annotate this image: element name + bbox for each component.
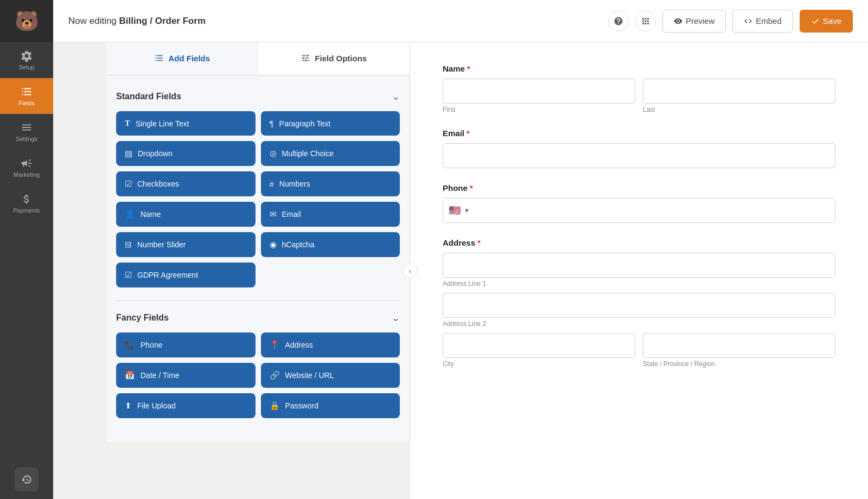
fields-panel-body: Standard Fields ⌄ T Single Line Text ¶ P… bbox=[106, 75, 410, 442]
add-fields-tab-icon bbox=[154, 53, 164, 63]
sidebar-item-fields[interactable]: Fields bbox=[0, 78, 53, 114]
form-preview: Name * First Last Email * bbox=[410, 42, 868, 499]
grid-icon bbox=[641, 16, 650, 26]
fields-panel-tabs: Add Fields Field Options bbox=[106, 42, 410, 75]
field-btn-phone[interactable]: 📞 Phone bbox=[116, 332, 256, 357]
field-btn-address[interactable]: 📍 Address bbox=[261, 332, 400, 357]
address-line2-input[interactable] bbox=[443, 293, 835, 318]
city-input[interactable] bbox=[443, 333, 635, 358]
name-last-group: Last bbox=[643, 79, 835, 113]
dropdown-icon: ▤ bbox=[125, 149, 132, 158]
email-input[interactable] bbox=[443, 143, 835, 168]
sidebar-item-setup[interactable]: Setup bbox=[0, 42, 53, 78]
address-required-star: * bbox=[477, 238, 481, 247]
name-first-input[interactable] bbox=[443, 79, 635, 104]
fields-panel-wrapper: Add Fields Field Options Standard Fields… bbox=[106, 42, 410, 499]
address-field-icon: 📍 bbox=[270, 340, 280, 350]
fancy-fields-header: Fancy Fields ⌄ bbox=[116, 312, 400, 324]
sidebar-bottom bbox=[7, 460, 46, 499]
field-btn-hcaptcha[interactable]: ◉ hCaptcha bbox=[261, 232, 400, 257]
form-address-field: Address * Address Line 1 Address Line 2 … bbox=[443, 238, 835, 368]
field-btn-number-slider[interactable]: ⊟ Number Slider bbox=[116, 232, 256, 257]
field-btn-datetime[interactable]: 📅 Date / Time bbox=[116, 363, 256, 388]
website-url-field-icon: 🔗 bbox=[270, 370, 280, 380]
sidebar-item-payments[interactable]: Payments bbox=[0, 185, 53, 221]
address-line1-sublabel: Address Line 1 bbox=[443, 280, 835, 287]
sidebar-item-settings[interactable]: Settings bbox=[0, 114, 53, 150]
help-button[interactable] bbox=[608, 11, 629, 31]
phone-input[interactable] bbox=[473, 199, 829, 222]
tab-add-fields[interactable]: Add Fields bbox=[106, 42, 258, 75]
panel-collapse-button[interactable]: ‹ bbox=[403, 263, 418, 278]
fancy-fields-grid: 📞 Phone 📍 Address 📅 Date / Time 🔗 Websit… bbox=[116, 332, 400, 418]
standard-fields-header: Standard Fields ⌄ bbox=[116, 91, 400, 103]
question-icon bbox=[614, 16, 623, 26]
save-label: Save bbox=[823, 16, 841, 25]
numbers-icon: # bbox=[270, 180, 274, 189]
name-field-label: Name * bbox=[443, 64, 835, 73]
field-btn-file-upload[interactable]: ⬆ File Upload bbox=[116, 393, 256, 418]
field-btn-email[interactable]: ✉ Email bbox=[261, 202, 400, 227]
embed-button[interactable]: Embed bbox=[732, 10, 793, 33]
main-area: Add Fields Field Options Standard Fields… bbox=[106, 42, 868, 499]
section-divider bbox=[116, 300, 400, 301]
checkboxes-icon: ☑ bbox=[125, 179, 132, 189]
email-field-label: Email * bbox=[443, 129, 835, 138]
form-name: Billing / Order Form bbox=[119, 16, 206, 26]
number-slider-icon: ⊟ bbox=[125, 240, 132, 250]
state-input[interactable] bbox=[643, 333, 835, 358]
single-line-text-icon: T bbox=[125, 119, 130, 128]
field-btn-dropdown[interactable]: ▤ Dropdown bbox=[116, 141, 256, 166]
name-last-input[interactable] bbox=[643, 79, 835, 104]
topbar: Now editing Billing / Order Form Preview… bbox=[53, 0, 868, 42]
standard-fields-grid: T Single Line Text ¶ Paragraph Text ▤ Dr… bbox=[116, 111, 400, 287]
address-field-label: Address * bbox=[443, 238, 835, 247]
field-btn-website-url[interactable]: 🔗 Website / URL bbox=[261, 363, 400, 388]
tab-field-options[interactable]: Field Options bbox=[258, 42, 410, 75]
address-city-state-row: City State / Province / Region bbox=[443, 333, 835, 368]
field-btn-gdpr[interactable]: ☑ GDPR Agreement bbox=[116, 263, 256, 287]
standard-fields-title: Standard Fields bbox=[116, 92, 181, 101]
name-first-group: First bbox=[443, 79, 635, 113]
tab-add-fields-label: Add Fields bbox=[168, 54, 210, 63]
check-icon bbox=[811, 17, 820, 25]
field-btn-numbers[interactable]: # Numbers bbox=[261, 171, 400, 196]
phone-dropdown-arrow[interactable]: ▼ bbox=[464, 207, 470, 214]
standard-fields-toggle[interactable]: ⌄ bbox=[392, 91, 400, 103]
password-field-icon: 🔒 bbox=[270, 401, 280, 411]
state-sublabel: State / Province / Region bbox=[643, 360, 835, 368]
multiple-choice-icon: ◎ bbox=[270, 149, 277, 158]
name-first-sublabel: First bbox=[443, 106, 635, 113]
settings-icon bbox=[21, 121, 33, 133]
apps-button[interactable] bbox=[635, 11, 656, 31]
field-btn-checkboxes[interactable]: ☑ Checkboxes bbox=[116, 171, 256, 196]
fancy-fields-toggle[interactable]: ⌄ bbox=[392, 312, 400, 324]
sidebar-item-fields-label: Fields bbox=[18, 100, 34, 106]
field-btn-paragraph-text[interactable]: ¶ Paragraph Text bbox=[261, 111, 400, 136]
sidebar-item-marketing[interactable]: Marketing bbox=[0, 150, 53, 185]
phone-flag: 🇺🇸 bbox=[449, 204, 461, 216]
history-icon bbox=[21, 474, 32, 485]
sidebar-logo: 🐻 bbox=[0, 0, 53, 42]
sidebar-item-setup-label: Setup bbox=[19, 64, 35, 71]
name-field-icon: 👤 bbox=[125, 209, 135, 219]
payments-icon bbox=[21, 193, 33, 205]
fancy-fields-title: Fancy Fields bbox=[116, 313, 169, 323]
address-line1-input[interactable] bbox=[443, 253, 835, 278]
field-btn-multiple-choice[interactable]: ◎ Multiple Choice bbox=[261, 141, 400, 166]
address-line2-group: Address Line 2 bbox=[443, 293, 835, 328]
history-button[interactable] bbox=[15, 468, 39, 491]
tab-field-options-label: Field Options bbox=[315, 54, 367, 63]
name-inputs-row: First Last bbox=[443, 79, 835, 113]
gear-icon bbox=[21, 50, 33, 62]
field-btn-name[interactable]: 👤 Name bbox=[116, 202, 256, 227]
sidebar-item-marketing-label: Marketing bbox=[14, 171, 40, 178]
gdpr-icon: ☑ bbox=[125, 270, 132, 280]
save-button[interactable]: Save bbox=[800, 10, 853, 33]
field-btn-single-line-text[interactable]: T Single Line Text bbox=[116, 111, 256, 136]
name-required-star: * bbox=[467, 64, 470, 73]
code-icon bbox=[744, 17, 752, 25]
field-btn-password[interactable]: 🔒 Password bbox=[261, 393, 400, 418]
paragraph-text-icon: ¶ bbox=[270, 119, 274, 128]
preview-button[interactable]: Preview bbox=[662, 10, 726, 33]
